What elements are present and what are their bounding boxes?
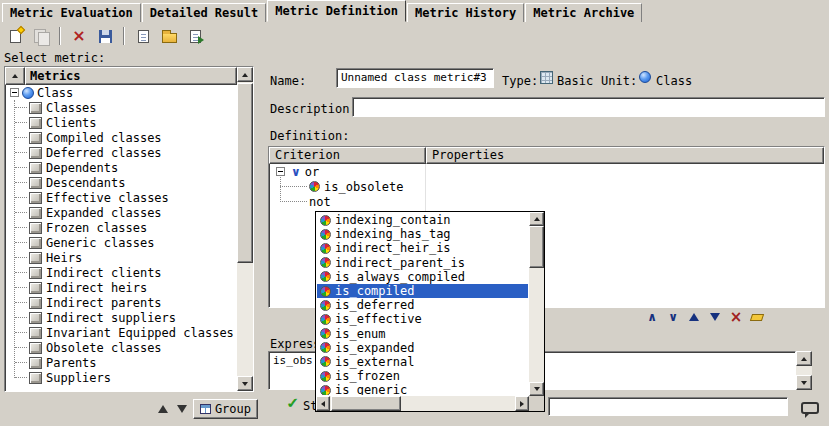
criterion-column-header[interactable]: Criterion	[269, 147, 426, 164]
scroll-thumb[interactable]	[237, 83, 253, 263]
tree-row[interactable]: Expanded classes	[7, 205, 237, 220]
tree-row[interactable]: Frozen classes	[7, 220, 237, 235]
move-metric-up-button[interactable]	[155, 401, 171, 417]
tree-row-class[interactable]: Class	[7, 85, 237, 100]
dropdown-item[interactable]: indexing_contain	[317, 213, 528, 227]
tree-connector	[15, 227, 27, 228]
criterion-icon	[320, 371, 331, 382]
tree-connector	[280, 201, 307, 202]
dropdown-horizontal-scrollbar[interactable]	[316, 396, 529, 411]
definition-row-or[interactable]: or	[269, 164, 824, 179]
tree-row[interactable]: Heirs	[7, 250, 237, 265]
move-criterion-down-button[interactable]	[706, 309, 724, 326]
collapse-icon[interactable]	[10, 88, 19, 97]
dropdown-item[interactable]: indirect_parent_is	[317, 256, 528, 270]
tree-row[interactable]: Classes	[7, 100, 237, 115]
definition-row-not[interactable]: not	[269, 194, 824, 209]
duplicate-metric-button[interactable]	[30, 25, 52, 47]
group-button[interactable]: Group	[193, 399, 258, 419]
tree-header: Metrics	[5, 67, 237, 85]
scroll-down-button[interactable]	[796, 375, 812, 390]
scroll-down-button[interactable]	[237, 376, 253, 391]
definition-row-is-obsolete[interactable]: is_obsolete	[269, 179, 824, 194]
tree-item-label: Expanded classes	[46, 206, 162, 220]
sort-ascending-button[interactable]	[5, 67, 25, 85]
dropdown-item[interactable]: is_frozen	[317, 369, 528, 383]
scroll-down-button[interactable]	[529, 382, 544, 396]
save-metric-button[interactable]	[94, 25, 116, 47]
tree-row[interactable]: Indirect suppliers	[7, 310, 237, 325]
tree-row[interactable]: Indirect parents	[7, 295, 237, 310]
scroll-thumb[interactable]	[529, 226, 544, 268]
tab-metric-archive[interactable]: Metric Archive	[525, 3, 642, 22]
tree-row[interactable]: Parents	[7, 355, 237, 370]
collapse-icon[interactable]	[276, 167, 285, 176]
scroll-right-button[interactable]	[515, 396, 529, 411]
dropdown-vertical-scrollbar[interactable]	[529, 212, 544, 396]
scroll-left-button[interactable]	[316, 396, 330, 411]
metric-icon	[29, 132, 42, 144]
dropdown-item[interactable]: is_effective	[317, 312, 528, 326]
metric-tool-window: Metric Evaluation Detailed Result Metric…	[0, 0, 829, 426]
tree-row[interactable]: Deferred classes	[7, 145, 237, 160]
tree-row[interactable]: Obsolete classes	[7, 340, 237, 355]
tree-row[interactable]: Effective classes	[7, 190, 237, 205]
tree-scrollbar[interactable]	[237, 67, 253, 391]
scroll-thumb[interactable]	[331, 396, 401, 411]
tree-row[interactable]: Suppliers	[7, 370, 237, 385]
metric-icon	[29, 207, 42, 219]
dropdown-item[interactable]: is_deferred	[317, 298, 528, 312]
tree-connector	[15, 287, 27, 288]
scroll-up-button[interactable]	[796, 351, 812, 366]
dropdown-item-selected[interactable]: is_compiled	[317, 284, 528, 298]
properties-column-header[interactable]: Properties	[426, 147, 824, 164]
and-operator-button[interactable]	[643, 309, 661, 326]
tab-metric-definition[interactable]: Metric Definition	[267, 0, 406, 22]
dropdown-item[interactable]: indexing_has_tag	[317, 227, 528, 241]
dropdown-item[interactable]: is_expanded	[317, 341, 528, 355]
delete-criterion-button[interactable]	[727, 309, 745, 326]
move-criterion-up-button[interactable]	[685, 309, 703, 326]
comment-field[interactable]	[548, 397, 788, 416]
comment-button[interactable]	[794, 394, 826, 422]
tree-connector	[15, 167, 27, 168]
dropdown-item-label: is_generic	[335, 383, 407, 395]
tree-row[interactable]: Clients	[7, 115, 237, 130]
tree-row[interactable]: Compiled classes	[7, 130, 237, 145]
tab-detailed-result[interactable]: Detailed Result	[142, 3, 266, 22]
open-folder-button[interactable]	[158, 25, 180, 47]
tree-header-metrics[interactable]: Metrics	[25, 67, 237, 85]
new-file-button[interactable]	[132, 25, 154, 47]
scroll-up-button[interactable]	[529, 212, 544, 226]
definition-table-body: or is_obsolete not	[269, 164, 824, 209]
or-operator-button[interactable]	[664, 309, 682, 326]
tree-connector	[280, 186, 307, 187]
dropdown-item[interactable]: is_generic	[317, 383, 528, 395]
delete-metric-button[interactable]	[68, 25, 90, 47]
export-arrow-icon	[198, 36, 204, 44]
new-metric-button[interactable]	[4, 25, 26, 47]
tree-row[interactable]: Indirect clients	[7, 265, 237, 280]
dropdown-item[interactable]: is_always_compiled	[317, 270, 528, 284]
dropdown-item[interactable]: is_external	[317, 355, 528, 369]
definition-label: Definition:	[270, 129, 349, 143]
dropdown-item[interactable]: indirect_heir_is	[317, 241, 528, 255]
tree-item-label: Classes	[46, 101, 97, 115]
dropdown-item[interactable]: is_enum	[317, 327, 528, 341]
tree-row[interactable]: Invariant Equipped classes	[7, 325, 237, 340]
tree-row[interactable]: Indirect heirs	[7, 280, 237, 295]
tab-metric-history[interactable]: Metric History	[407, 3, 524, 22]
export-metric-button[interactable]	[184, 25, 206, 47]
criterion-label: not	[309, 195, 331, 209]
tree-row[interactable]: Descendants	[7, 175, 237, 190]
erase-definition-button[interactable]	[748, 309, 766, 326]
tree-row[interactable]: Dependents	[7, 160, 237, 175]
criterion-icon	[320, 314, 331, 325]
scroll-up-button[interactable]	[237, 67, 253, 82]
description-field[interactable]	[352, 97, 825, 117]
expression-scrollbar[interactable]	[796, 351, 812, 390]
tab-metric-evaluation[interactable]: Metric Evaluation	[2, 3, 141, 22]
tree-row[interactable]: Generic classes	[7, 235, 237, 250]
name-field[interactable]: Unnamed class metric#3	[336, 68, 494, 88]
move-metric-down-button[interactable]	[174, 401, 190, 417]
